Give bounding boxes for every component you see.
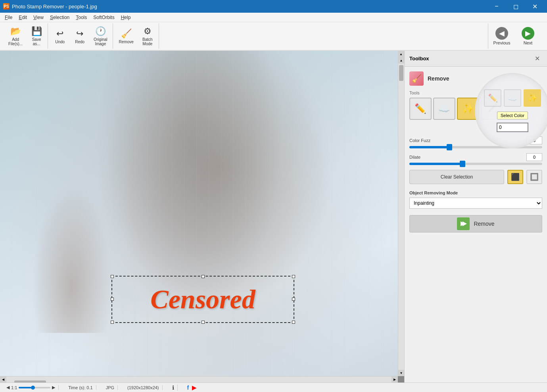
zoom-fill (19, 387, 31, 388)
handle-ml[interactable] (111, 298, 114, 301)
scroll-up-btn[interactable]: ▲ (398, 57, 404, 63)
undo-button[interactable]: ↩ Undo (50, 24, 69, 48)
scroll-down-btn[interactable]: ▼ (398, 370, 404, 376)
color-fuzz-thumb[interactable] (447, 144, 452, 150)
handle-tm[interactable] (202, 275, 205, 278)
handle-tr[interactable] (292, 275, 295, 278)
nav-divider (488, 23, 488, 49)
time-label: Time (s): 0.1 (68, 385, 92, 390)
brush-tool-button[interactable]: ☁️ (433, 98, 455, 120)
zoom-segment: ◀ 1:1 ▶ (3, 385, 59, 390)
redo-button[interactable]: ↪ Redo (70, 24, 89, 48)
svg-marker-1 (463, 221, 467, 226)
menu-edit[interactable]: Edit (15, 14, 30, 21)
remove-action-button[interactable]: Remove (409, 215, 542, 233)
color-value-box[interactable]: 0 (497, 123, 528, 132)
next-label: Next (524, 40, 533, 45)
nav-buttons: ◀ Previous ▶ Next (488, 23, 544, 49)
clear-selection-button[interactable]: Clear Selection (409, 170, 504, 184)
handle-br[interactable] (292, 321, 295, 324)
menu-help[interactable]: Help (118, 14, 134, 21)
info-icon[interactable]: ℹ (172, 384, 174, 391)
zoom-left-btn[interactable]: ◀ (6, 385, 10, 390)
original-image-button[interactable]: 🕐 OriginalImage (90, 24, 111, 48)
save-as-button[interactable]: 💾 Saveas... (27, 24, 46, 48)
remove-toolbar-label: Remove (119, 40, 134, 44)
dilate-fill (409, 163, 463, 165)
handle-tl[interactable] (111, 275, 114, 278)
minimize-button[interactable]: − (488, 0, 506, 13)
tools-section: Tools ✏️ ☁️ ✨ 🖋️ (409, 90, 542, 136)
batch-mode-button[interactable]: ⚙ BatchMode (138, 24, 157, 48)
batch-mode-icon: ⚙ (144, 26, 152, 37)
scroll-thumb-v[interactable] (399, 65, 403, 81)
undo-label: Undo (55, 40, 65, 44)
remove-action-icon (457, 217, 470, 230)
zoom-value: 1:1 (11, 385, 17, 390)
selection-rect-button[interactable]: ⬛ (507, 170, 523, 184)
toolbox-panel: Toolbox ✕ 🧹 Remove Tools ✏️ ☁️ (404, 51, 547, 382)
toolbox-title: Toolbox (409, 56, 429, 61)
color-fuzz-fill (409, 146, 449, 148)
previous-label: Previous (493, 40, 511, 45)
remove-action-label: Remove (474, 221, 494, 227)
toolbox-body: 🧹 Remove Tools ✏️ ☁️ ✨ (405, 67, 547, 237)
dilate-label-row: Dilate (409, 153, 542, 161)
scroll-up-arrow[interactable]: ▲ (398, 51, 404, 57)
scroll-left-btn[interactable]: ◀ (0, 377, 6, 383)
toolbar-group-remove: 🧹 Remove ⚙ BatchMode (114, 23, 159, 49)
toolbar: 📂 AddFile(s)... 💾 Saveas... ↩ Undo ↪ Red… (0, 22, 547, 51)
scroll-right-btn[interactable]: ▶ (392, 377, 398, 383)
horizontal-scrollbar[interactable]: ◀ ▶ (0, 376, 398, 382)
handle-mr[interactable] (292, 298, 295, 301)
censored-container: Censored (120, 281, 286, 318)
add-files-label: AddFile(s)... (8, 37, 23, 46)
main-area: ▲ Censored (0, 51, 547, 382)
mag-brush: ☁️ (504, 89, 521, 107)
menu-tools[interactable]: Tools (73, 14, 90, 21)
title-bar-controls[interactable]: − ◻ ✕ (488, 0, 544, 13)
youtube-icon[interactable]: ▶ (192, 384, 196, 391)
mode-select[interactable]: Inpainting Context-Aware Fill Texture Sy… (409, 198, 542, 209)
menu-bar: File Edit View Selection Tools SoftOrbit… (0, 13, 547, 22)
toolbox-header: Toolbox ✕ (405, 51, 547, 67)
dilate-track[interactable] (409, 163, 542, 165)
clear-selection-row: Clear Selection ⬛ 🔲 (409, 170, 542, 184)
menu-view[interactable]: View (30, 14, 47, 21)
previous-button[interactable]: ◀ Previous (489, 23, 514, 49)
scroll-thumb-h[interactable] (14, 380, 46, 383)
menu-softorbits[interactable]: SoftOrbits (90, 14, 117, 21)
remove-section-title: Remove (428, 75, 449, 82)
title-bar-left: PS Photo Stamp Remover - people-1.jpg (3, 3, 97, 10)
facebook-icon[interactable]: f (187, 384, 189, 391)
censored-text: Censored (150, 284, 255, 315)
canvas-area[interactable]: ▲ Censored (0, 51, 404, 382)
zoom-right-btn[interactable]: ▶ (52, 385, 55, 390)
pencil-tool-button[interactable]: ✏️ (409, 98, 432, 120)
next-button[interactable]: ▶ Next (515, 23, 541, 49)
dilate-label: Dilate (409, 155, 420, 159)
vertical-scrollbar[interactable]: ▲ ▼ (398, 57, 404, 376)
magnifier-content: ✏️ ☁️ ✨ Select Color 0 (484, 89, 541, 132)
dimensions-label: (1920x1280x24) (127, 385, 159, 390)
add-files-button[interactable]: 📂 AddFile(s)... (5, 24, 26, 48)
menu-file[interactable]: File (2, 14, 15, 21)
close-button[interactable]: ✕ (526, 0, 544, 13)
status-bar: ◀ 1:1 ▶ Time (s): 0.1 JPG (1920x1280x24)… (0, 382, 547, 392)
selection-box-outer[interactable]: Censored (111, 276, 294, 323)
dilate-input[interactable] (526, 153, 542, 161)
selection-freehand-button[interactable]: 🔲 (526, 170, 542, 184)
toolbox-close-button[interactable]: ✕ (532, 54, 542, 63)
zoom-slider[interactable] (19, 387, 50, 388)
object-removing-mode-section: Object Removing Mode Inpainting Context-… (409, 190, 542, 215)
next-icon: ▶ (522, 27, 534, 40)
remove-toolbar-button[interactable]: 🧹 Remove (115, 24, 137, 48)
handle-bl[interactable] (111, 321, 114, 324)
remove-section-icon: 🧹 (409, 71, 424, 86)
handle-bm[interactable] (202, 321, 205, 324)
zoom-thumb[interactable] (31, 386, 35, 390)
menu-selection[interactable]: Selection (47, 14, 73, 21)
select-color-tooltip-inner: Select Color (497, 111, 528, 119)
maximize-button[interactable]: ◻ (507, 0, 525, 13)
dilate-thumb[interactable] (460, 161, 465, 167)
